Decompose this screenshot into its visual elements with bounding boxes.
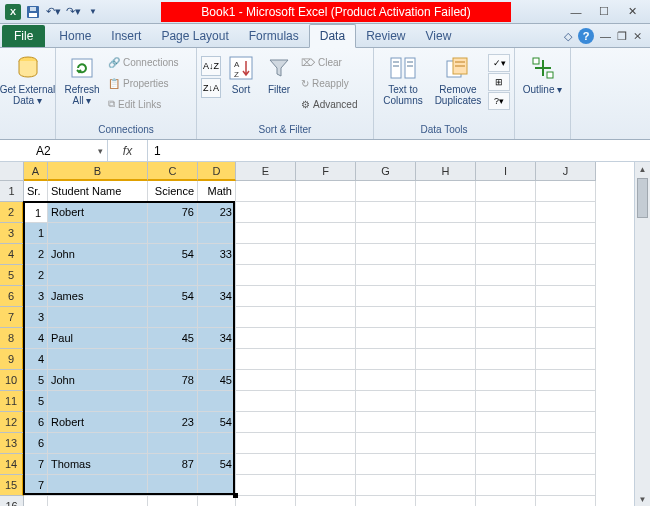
cell-I3[interactable] [476, 223, 536, 244]
cell-E16[interactable] [236, 496, 296, 506]
cell-C12[interactable]: 23 [148, 412, 198, 433]
row-header-1[interactable]: 1 [0, 181, 24, 202]
cell-A15[interactable]: 7 [24, 475, 48, 496]
cell-J4[interactable] [536, 244, 596, 265]
tab-pagelayout[interactable]: Page Layout [151, 25, 238, 47]
cell-A10[interactable]: 5 [24, 370, 48, 391]
cell-A13[interactable]: 6 [24, 433, 48, 454]
remove-duplicates-button[interactable]: Remove Duplicates [430, 50, 486, 116]
cell-B12[interactable]: Robert [48, 412, 148, 433]
cell-A12[interactable]: 6 [24, 412, 48, 433]
cell-C2[interactable]: 76 [148, 202, 198, 223]
cell-A11[interactable]: 5 [24, 391, 48, 412]
cell-B7[interactable] [48, 307, 148, 328]
cell-B3[interactable] [48, 223, 148, 244]
reapply-button[interactable]: ↻Reapply [299, 73, 369, 93]
cell-B1[interactable]: Student Name [48, 181, 148, 202]
mdi-restore-icon[interactable]: ❐ [617, 30, 627, 43]
select-all-corner[interactable] [0, 162, 24, 181]
cell-J1[interactable] [536, 181, 596, 202]
scroll-up-icon[interactable]: ▲ [635, 162, 650, 176]
cell-F11[interactable] [296, 391, 356, 412]
cell-F1[interactable] [296, 181, 356, 202]
cell-I14[interactable] [476, 454, 536, 475]
cell-C5[interactable] [148, 265, 198, 286]
cell-J11[interactable] [536, 391, 596, 412]
cell-B10[interactable]: John [48, 370, 148, 391]
col-header-G[interactable]: G [356, 162, 416, 181]
cell-D16[interactable] [198, 496, 236, 506]
col-header-A[interactable]: A [24, 162, 48, 181]
cell-E8[interactable] [236, 328, 296, 349]
cell-A4[interactable]: 2 [24, 244, 48, 265]
minimize-ribbon-icon[interactable]: ◇ [564, 30, 572, 43]
cell-D8[interactable]: 34 [198, 328, 236, 349]
cell-B14[interactable]: Thomas [48, 454, 148, 475]
consolidate-button[interactable]: ⊞ [488, 73, 510, 91]
cell-D7[interactable] [198, 307, 236, 328]
sort-asc-button[interactable]: A↓Z [201, 56, 221, 76]
connections-button[interactable]: 🔗Connections [106, 52, 192, 72]
row-header-5[interactable]: 5 [0, 265, 24, 286]
cell-I7[interactable] [476, 307, 536, 328]
cell-F2[interactable] [296, 202, 356, 223]
cell-B15[interactable] [48, 475, 148, 496]
cell-H4[interactable] [416, 244, 476, 265]
properties-button[interactable]: 📋Properties [106, 73, 192, 93]
data-validation-button[interactable]: ✓▾ [488, 54, 510, 72]
cell-I13[interactable] [476, 433, 536, 454]
cell-F10[interactable] [296, 370, 356, 391]
edit-links-button[interactable]: ⧉Edit Links [106, 94, 192, 114]
cell-F6[interactable] [296, 286, 356, 307]
cell-I5[interactable] [476, 265, 536, 286]
cell-E6[interactable] [236, 286, 296, 307]
col-header-J[interactable]: J [536, 162, 596, 181]
cell-I16[interactable] [476, 496, 536, 506]
row-header-16[interactable]: 16 [0, 496, 24, 506]
cell-H10[interactable] [416, 370, 476, 391]
cell-G15[interactable] [356, 475, 416, 496]
cell-H14[interactable] [416, 454, 476, 475]
tab-data[interactable]: Data [309, 24, 356, 48]
cell-G16[interactable] [356, 496, 416, 506]
cell-E15[interactable] [236, 475, 296, 496]
whatif-button[interactable]: ?▾ [488, 92, 510, 110]
cell-D11[interactable] [198, 391, 236, 412]
close-button[interactable]: ✕ [622, 3, 642, 21]
cell-H3[interactable] [416, 223, 476, 244]
save-icon[interactable] [24, 3, 42, 21]
cell-F16[interactable] [296, 496, 356, 506]
cell-G1[interactable] [356, 181, 416, 202]
cell-H7[interactable] [416, 307, 476, 328]
qat-customize-icon[interactable]: ▼ [84, 3, 102, 21]
cell-C10[interactable]: 78 [148, 370, 198, 391]
cell-J16[interactable] [536, 496, 596, 506]
vertical-scrollbar[interactable]: ▲ ▼ [634, 162, 650, 506]
cell-D2[interactable]: 23 [198, 202, 236, 223]
cell-H15[interactable] [416, 475, 476, 496]
cell-H9[interactable] [416, 349, 476, 370]
tab-formulas[interactable]: Formulas [239, 25, 309, 47]
cell-J5[interactable] [536, 265, 596, 286]
cell-E7[interactable] [236, 307, 296, 328]
cell-B5[interactable] [48, 265, 148, 286]
cell-A3[interactable]: 1 [24, 223, 48, 244]
cell-C6[interactable]: 54 [148, 286, 198, 307]
col-header-B[interactable]: B [48, 162, 148, 181]
cell-I4[interactable] [476, 244, 536, 265]
cell-F9[interactable] [296, 349, 356, 370]
cell-G9[interactable] [356, 349, 416, 370]
spreadsheet-grid[interactable]: ABCDEFGHIJ 12345678910111213141516 Sr.St… [0, 162, 634, 506]
cell-J6[interactable] [536, 286, 596, 307]
clear-button[interactable]: ⌦Clear [299, 52, 369, 72]
cell-G10[interactable] [356, 370, 416, 391]
cell-J15[interactable] [536, 475, 596, 496]
sort-button[interactable]: AZ Sort [223, 50, 259, 116]
cell-A8[interactable]: 4 [24, 328, 48, 349]
cell-C8[interactable]: 45 [148, 328, 198, 349]
cell-G12[interactable] [356, 412, 416, 433]
cell-J8[interactable] [536, 328, 596, 349]
tab-view[interactable]: View [416, 25, 462, 47]
cell-I6[interactable] [476, 286, 536, 307]
mdi-minimize-icon[interactable]: — [600, 30, 611, 42]
